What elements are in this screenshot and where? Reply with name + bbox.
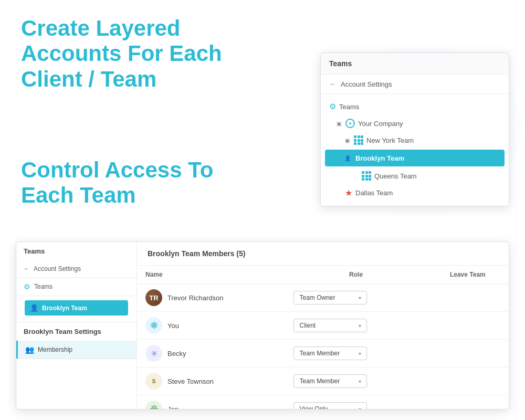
name-becky: Becky	[167, 350, 186, 358]
name-you: You	[167, 322, 179, 330]
bottom-panel: Teams ← Account Settings ⚙ Teams 👤 Brook…	[16, 242, 509, 410]
company-icon: ●	[345, 119, 355, 128]
texas-icon: ★	[345, 188, 352, 198]
member-info-becky: ✳ Becky	[145, 345, 277, 362]
role-cell-jen: View Only ▾	[285, 395, 426, 410]
tree-item-queens[interactable]: Queens Team	[321, 167, 509, 184]
brooklyn-label: Brooklyn Team	[355, 154, 404, 162]
newyork-label: New York Team	[366, 136, 414, 144]
sidebar-active-team[interactable]: 👤 Brooklyn Team	[25, 300, 128, 316]
role-value-becky: Team Member	[299, 350, 340, 357]
leave-cell-steve	[427, 368, 509, 395]
membership-icon: 👥	[25, 345, 34, 354]
role-value-you: Client	[299, 322, 316, 329]
role-value-jen: View Only	[299, 405, 328, 409]
bottom-main: Brooklyn Team Members (5) Name Role Leav…	[137, 242, 509, 409]
tree-item-dallas[interactable]: ★ Dallas Team	[321, 184, 509, 202]
dropdown-arrow-steve: ▾	[359, 379, 361, 384]
role-cell-steve: Team Member ▾	[285, 368, 426, 395]
role-cell-trevor: Team Owner ▾	[285, 284, 426, 312]
leave-cell-trevor	[427, 284, 509, 312]
table-row: ✳ Becky Team Member ▾	[137, 340, 509, 368]
avatar-jen: ❊	[145, 401, 162, 409]
table-row: ❋ You Client ▾	[137, 312, 509, 340]
member-name-cell-1: TR Trevor Richardson	[137, 284, 285, 312]
table-body: TR Trevor Richardson Team Owner ▾	[137, 284, 509, 410]
dallas-label: Dallas Team	[355, 189, 393, 197]
tree-item-brooklyn[interactable]: 👤 Brooklyn Team	[325, 150, 505, 166]
role-select-you[interactable]: Client ▾	[293, 319, 367, 332]
name-steve: Steve Townson	[167, 377, 214, 385]
collapse-icon: ▣	[337, 121, 341, 127]
avatar-becky: ✳	[145, 345, 162, 362]
sidebar-teams-icon: ⚙	[24, 282, 30, 291]
table-row: S Steve Townson Team Member ▾	[137, 368, 509, 395]
table-head: Name Role Leave Team	[137, 266, 509, 284]
leave-cell-jen	[427, 395, 509, 410]
sidebar-teams-header: Teams	[16, 242, 136, 260]
sidebar-active-label: Brooklyn Team	[42, 304, 87, 312]
account-settings-label: Account Settings	[341, 80, 392, 88]
teams-label-row: ⚙ Teams	[321, 98, 509, 115]
avatar-trevor: TR	[145, 289, 162, 306]
collapse-newyork: ▣	[345, 138, 350, 143]
avatar-you: ❋	[145, 317, 162, 334]
role-value-trevor: Team Owner	[299, 294, 335, 301]
role-select-jen[interactable]: View Only ▾	[293, 402, 367, 409]
role-select-becky[interactable]: Team Member ▾	[293, 346, 367, 360]
col-leave: Leave Team	[427, 266, 509, 284]
table-row: TR Trevor Richardson Team Owner ▾	[137, 284, 509, 312]
member-name-cell-2: ❋ You	[137, 312, 285, 340]
role-cell-becky: Team Member ▾	[285, 340, 426, 368]
table-row: ❊ Jen View Only ▾	[137, 395, 509, 410]
dropdown-arrow-trevor: ▾	[359, 295, 361, 301]
sidebar-settings-header: Brooklyn Team Settings	[16, 322, 136, 341]
sidebar-back-arrow: ←	[24, 265, 30, 272]
members-table: Name Role Leave Team TR Trevor Richardso…	[137, 266, 509, 409]
member-info-you: ❋ You	[145, 317, 277, 334]
role-cell-you: Client ▾	[285, 312, 426, 340]
sidebar-account-label: Account Settings	[34, 265, 81, 272]
grid-icon-queens	[362, 171, 371, 181]
teams-icon: ⚙	[329, 102, 336, 111]
leave-cell-you	[427, 312, 509, 340]
name-jen: Jen	[167, 405, 178, 410]
bottom-sidebar: Teams ← Account Settings ⚙ Teams 👤 Brook…	[16, 242, 137, 409]
sub-heading: Control Access To Each Team	[21, 158, 231, 208]
member-name-cell-4: S Steve Townson	[137, 368, 285, 395]
sidebar-teams-label: Teams	[34, 283, 52, 290]
dropdown-arrow-becky: ▾	[359, 351, 361, 356]
dropdown-arrow-jen: ▾	[359, 406, 361, 410]
member-info-steve: S Steve Townson	[145, 373, 277, 390]
role-select-steve[interactable]: Team Member ▾	[293, 374, 367, 388]
col-name: Name	[137, 266, 285, 284]
sidebar-active-icon: 👤	[30, 304, 38, 312]
company-label: Your Company	[358, 120, 403, 128]
membership-label: Membership	[38, 346, 72, 353]
sidebar-teams-row[interactable]: ⚙ Teams	[16, 278, 136, 296]
dropdown-arrow-you: ▾	[359, 323, 361, 329]
role-value-steve: Team Member	[299, 377, 340, 385]
tree-item-newyork[interactable]: ▣ New York Team	[321, 132, 509, 149]
top-panel-header: Teams	[321, 53, 509, 75]
role-select-trevor[interactable]: Team Owner ▾	[293, 291, 367, 304]
queens-label: Queens Team	[374, 172, 417, 180]
tree-item-company[interactable]: ▣ ● Your Company	[321, 115, 509, 132]
account-settings-row[interactable]: ← Account Settings	[321, 75, 509, 94]
member-info-trevor: TR Trevor Richardson	[145, 289, 277, 306]
teams-tree: ⚙ Teams ▣ ● Your Company ▣ New York Team	[321, 94, 509, 206]
member-name-cell-3: ✳ Becky	[137, 340, 285, 368]
teams-tree-panel: Teams ← Account Settings ⚙ Teams ▣ ● You…	[320, 52, 509, 206]
main-heading: Create Layered Accounts For Each Client …	[21, 16, 262, 92]
table-header-row: Name Role Leave Team	[137, 266, 509, 284]
sidebar-account-settings[interactable]: ← Account Settings	[16, 260, 136, 278]
sidebar-membership-item[interactable]: 👥 Membership	[16, 341, 136, 359]
tree-item-brooklyn-wrapper: 👤 Brooklyn Team	[321, 149, 509, 167]
sidebar-teams-section: Teams ← Account Settings ⚙ Teams 👤 Brook…	[16, 242, 136, 322]
sidebar-active-wrapper: 👤 Brooklyn Team	[16, 296, 136, 322]
sidebar-settings-section: Brooklyn Team Settings 👥 Membership	[16, 322, 136, 359]
members-header: Brooklyn Team Members (5)	[137, 242, 509, 266]
teams-nav-label: Teams	[339, 103, 359, 111]
col-role: Role	[285, 266, 426, 284]
back-arrow-icon: ←	[329, 80, 337, 88]
